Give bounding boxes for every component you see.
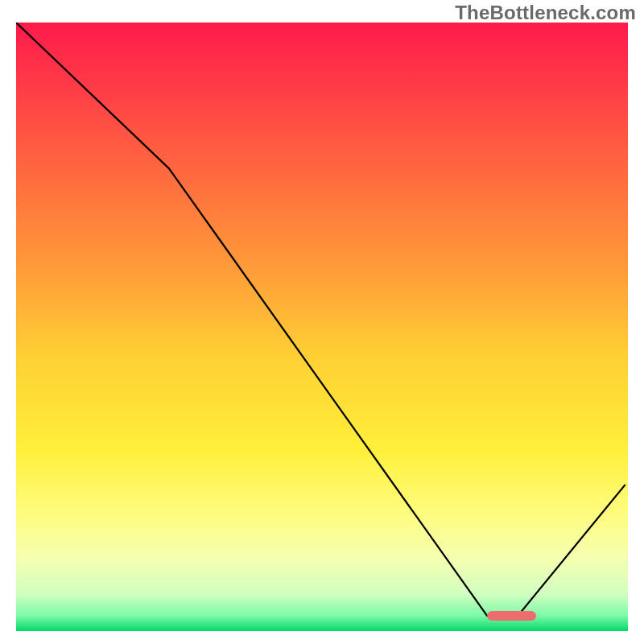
- chart-background-gradient: [16, 23, 628, 631]
- watermark-text: TheBottleneck.com: [455, 2, 636, 24]
- chart-marker-segment: [487, 611, 536, 621]
- chart-svg: [16, 23, 628, 631]
- chart-plot-area: [16, 23, 628, 631]
- chart-stage: TheBottleneck.com: [0, 0, 644, 644]
